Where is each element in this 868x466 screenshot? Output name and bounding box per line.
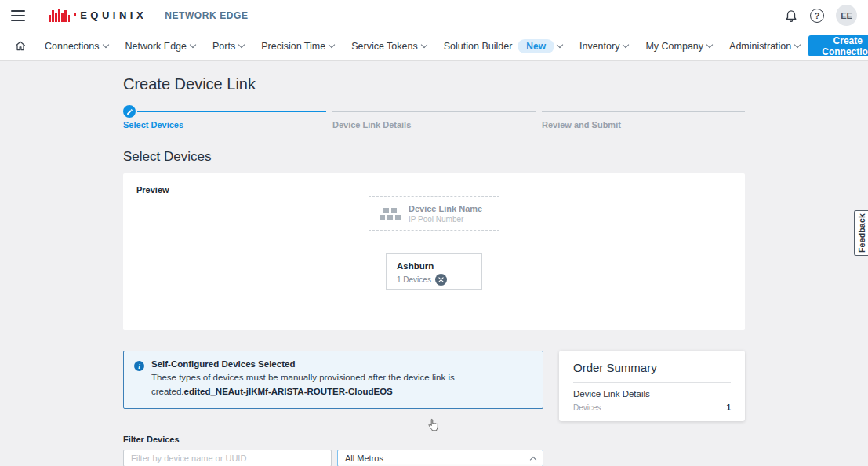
preview-panel: Preview Device Link Name IP Pool Number … [123,173,745,330]
main-nav: Connections Network Edge Ports Precision… [0,31,868,61]
topology-icon [380,208,401,220]
router-icon [435,274,447,286]
pencil-icon [123,105,136,118]
nav-item-service-tokens[interactable]: Service Tokens [351,41,427,52]
equinix-brand: EQUINIX NETWORK EDGE [49,9,249,23]
step-device-link-details[interactable]: Device Link Details [332,105,536,129]
chevron-down-icon [794,42,801,48]
brand-dot [74,13,76,16]
chevron-down-icon [706,42,713,48]
chevron-down-icon [329,42,335,48]
help-icon[interactable]: ? [810,9,824,23]
avatar[interactable]: EE [836,5,857,26]
create-connection-button[interactable]: Create Connection [808,35,868,56]
info-alert: i Self-Configured Devices Selected These… [123,351,543,409]
feedback-label: Feedback [857,213,866,253]
alert-and-summary-row: i Self-Configured Devices Selected These… [123,351,745,421]
order-summary-divider [573,382,731,383]
info-icon: i [134,361,144,371]
nav-item-administration[interactable]: Administration [729,41,800,52]
header-actions: ? EE [784,5,857,26]
chevron-down-icon [190,42,196,48]
order-summary-row-value: 1 [726,403,731,412]
chevron-down-icon [102,42,108,48]
alert-text: These types of devices must be manually … [151,370,532,399]
step-line [137,111,326,112]
filter-row: All Metros All Metros Ashburn (DC) [123,450,745,466]
product-name: NETWORK EDGE [165,10,249,21]
step-label: Device Link Details [332,120,536,129]
step-review-and-submit[interactable]: Review and Submit [542,105,745,129]
hamburger-menu-icon[interactable] [11,10,25,21]
metro-select[interactable]: All Metros All Metros Ashburn (DC) [337,450,543,466]
order-summary-section: Device Link Details [573,389,731,399]
nav-item-connections[interactable]: Connections [45,41,108,52]
chevron-down-icon [557,42,563,48]
section-title: Select Devices [123,149,745,165]
chevron-down-icon [238,42,245,48]
device-link-name-placeholder: Device Link Name [409,204,482,213]
brand-divider [154,9,154,23]
app-viewport: EQUINIX NETWORK EDGE ? EE Connections Ne… [0,0,868,466]
brand-name: EQUINIX [80,9,147,21]
nav-item-inventory[interactable]: Inventory [579,41,628,52]
metro-node-card[interactable]: Ashburn 1 Devices [386,253,482,290]
nav-item-my-company[interactable]: My Company [645,41,712,52]
new-badge: New [518,39,554,53]
step-line [332,111,536,112]
filter-devices-label: Filter Devices [123,435,745,444]
device-filter-input[interactable] [123,450,332,466]
nav-item-network-edge[interactable]: Network Edge [125,41,196,52]
feedback-tab[interactable]: Feedback [854,210,868,256]
device-link-placeholder-card: Device Link Name IP Pool Number [369,196,499,231]
metro-name: Ashburn [397,261,481,271]
step-select-devices[interactable]: Select Devices [123,105,326,129]
home-icon[interactable] [14,40,27,52]
metro-select-value: All Metros [345,453,383,463]
order-summary-title: Order Summary [573,361,731,374]
page-title: Create Device Link [123,75,745,93]
step-line [542,111,745,112]
alert-title: Self-Configured Devices Selected [151,359,532,369]
stepper: Select Devices Device Link Details Revie… [123,105,745,129]
nav-item-ports[interactable]: Ports [212,41,244,52]
equinix-logo-icon [49,9,70,22]
order-summary-row: Devices 1 [573,403,731,412]
chevron-up-icon [530,456,536,462]
top-header: EQUINIX NETWORK EDGE ? EE [0,0,868,31]
nav-item-precision-time[interactable]: Precision Time [261,41,334,52]
metro-device-count: 1 Devices [397,275,431,284]
nav-item-solution-builder-chevron[interactable] [557,45,562,47]
nav-item-solution-builder[interactable]: Solution Builder [444,41,513,52]
order-summary-row-label: Devices [573,403,601,412]
order-summary-panel: Order Summary Device Link Details Device… [559,351,745,421]
step-label: Review and Submit [542,120,745,129]
chevron-down-icon [420,42,427,48]
ip-pool-placeholder: IP Pool Number [409,215,482,224]
chevron-down-icon [623,42,629,48]
alert-device-name: edited_NEAut-jIKMf-ARISTA-ROUTER-CloudEO… [184,387,393,396]
preview-label: Preview [136,185,169,195]
bell-icon[interactable] [784,8,798,23]
step-label: Select Devices [123,120,326,129]
main-content: Create Device Link Select Devices Device… [123,75,745,466]
diagram-connector-line [434,231,434,253]
